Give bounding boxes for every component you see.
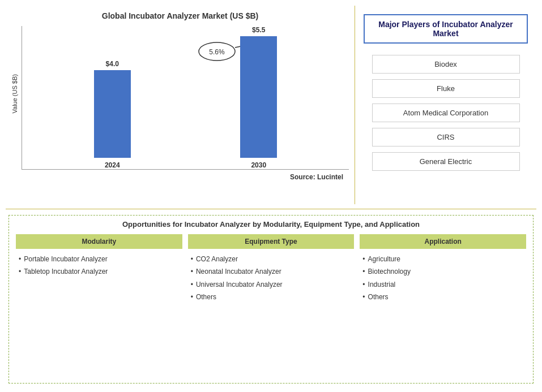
player-fluke: Fluke — [372, 79, 520, 98]
bullet-agriculture: Agriculture — [362, 253, 523, 265]
opportunities-title: Opportunities for Incubator Analyzer by … — [16, 220, 526, 229]
chart-area: Value (US $B) 5.6% — [11, 26, 349, 162]
player-ge: General Electric — [372, 152, 520, 171]
player-atom: Atom Medical Corporation — [372, 104, 520, 122]
col-header-modularity: Modularity — [16, 234, 182, 249]
bar-label-2030: 2030 — [251, 161, 266, 169]
main-container: Global Incubator Analyzer Market (US $B)… — [0, 0, 542, 392]
chart-inner: 5.6% $4.0 2024 — [22, 26, 349, 162]
bar-group-2030: $5.5 2030 — [240, 26, 277, 169]
col-body-modularity: Portable Incubator Analyzer Tabletop Inc… — [16, 253, 182, 279]
bottom-section: Opportunities for Incubator Analyzer by … — [6, 209, 536, 386]
col-equipment: Equipment Type CO2 Analyzer Neonatal Inc… — [188, 234, 355, 374]
bullet-others-equip: Others — [191, 291, 352, 303]
player-cirs: CIRS — [372, 128, 520, 147]
bar-value-2030: $5.5 — [252, 26, 265, 34]
col-header-equipment: Equipment Type — [188, 234, 355, 249]
players-section: Major Players of Incubator Analyzer Mark… — [355, 6, 536, 204]
opp-columns: Modularity Portable Incubator Analyzer T… — [16, 234, 526, 374]
bar-label-2024: 2024 — [105, 161, 120, 169]
y-axis-label: Value (US $B) — [11, 74, 18, 114]
bullet-co2: CO2 Analyzer — [191, 253, 352, 265]
col-body-equipment: CO2 Analyzer Neonatal Incubator Analyzer… — [188, 253, 355, 304]
bullet-biotech: Biotechnology — [362, 266, 523, 277]
bullet-industrial: Industrial — [362, 279, 523, 290]
col-application: Application Agriculture Biotechnology In… — [360, 234, 526, 374]
bars-container: 5.6% $4.0 2024 — [22, 26, 349, 170]
bar-2024 — [94, 70, 131, 158]
top-section: Global Incubator Analyzer Market (US $B)… — [6, 6, 536, 209]
players-title: Major Players of Incubator Analyzer Mark… — [364, 14, 528, 44]
col-modularity: Modularity Portable Incubator Analyzer T… — [16, 234, 182, 374]
chart-section: Global Incubator Analyzer Market (US $B)… — [6, 6, 355, 204]
player-biodex: Biodex — [372, 55, 520, 74]
bullet-portable: Portable Incubator Analyzer — [19, 253, 180, 265]
bullet-neonatal: Neonatal Incubator Analyzer — [191, 266, 352, 277]
col-body-application: Agriculture Biotechnology Industrial Oth… — [360, 253, 526, 304]
source-text: Source: Lucintel — [22, 173, 349, 181]
chart-title: Global Incubator Analyzer Market (US $B) — [102, 11, 258, 20]
bullet-universal: Universal Incubator Analyzer — [191, 279, 352, 290]
bullet-others-app: Others — [362, 291, 523, 303]
svg-text:5.6%: 5.6% — [209, 48, 225, 56]
bullet-tabletop: Tabletop Incubator Analyzer — [19, 266, 180, 277]
bar-value-2024: $4.0 — [106, 60, 119, 68]
bar-2030 — [240, 36, 277, 158]
col-header-application: Application — [360, 234, 526, 249]
opportunities-box: Opportunities for Incubator Analyzer by … — [8, 215, 534, 384]
bar-group-2024: $4.0 2024 — [94, 60, 131, 169]
